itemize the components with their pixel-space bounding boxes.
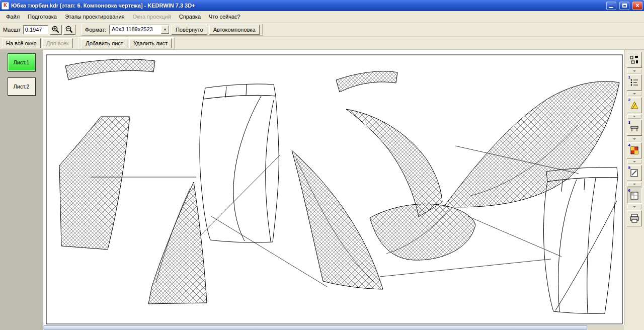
zoom-out-icon — [65, 25, 73, 34]
format-dropdown[interactable]: A0x3 1189x2523 ▼ — [109, 25, 170, 34]
menu-help[interactable]: Справка — [175, 12, 205, 21]
layout-icon — [629, 191, 639, 201]
autolayout-button[interactable]: Автокомпоновка — [209, 25, 260, 35]
canvas-area[interactable] — [43, 50, 624, 325]
pieces-icon — [629, 55, 639, 65]
skirt-front-drawing[interactable] — [200, 84, 279, 242]
scale-label: Масшт — [2, 27, 22, 33]
scrollbar-track[interactable] — [43, 325, 624, 330]
toolbar-scale: Масшт Формат: A0x3 1189x2523 ▼ Повёрн — [0, 23, 644, 37]
menu-file[interactable]: Файл — [2, 12, 24, 21]
maximize-icon — [622, 4, 627, 8]
print-button[interactable] — [627, 210, 642, 226]
sheet-tab-1[interactable]: Лист.1 — [8, 53, 36, 71]
toolbar-separator — [627, 137, 641, 141]
stage-6-layout-button[interactable]: 6 — [627, 188, 642, 204]
toolbar-sheets: На всё окно Для всех Добавить лист Удали… — [0, 37, 644, 50]
stage-toolbar: 1 2 3 — [624, 50, 644, 325]
sketch-icon — [629, 100, 639, 110]
zoom-in-button[interactable] — [50, 25, 62, 35]
main-area: Лист.1 Лист.2 — [0, 50, 644, 325]
scale-input[interactable] — [23, 25, 48, 34]
printer-icon — [629, 213, 639, 223]
for-all-button: Для всех — [42, 38, 73, 48]
pattern-icon — [629, 168, 639, 178]
chevron-down-icon[interactable]: ▼ — [161, 25, 169, 34]
scrollbar-thumb[interactable] — [44, 325, 587, 329]
toolbar-separator — [627, 182, 641, 187]
skirt-side-drawing[interactable] — [544, 167, 618, 313]
format-label: Формат: — [84, 27, 107, 33]
format-value: A0x3 1189x2523 — [110, 25, 161, 34]
toolbar-separator — [627, 205, 641, 209]
measurements-icon — [629, 77, 639, 88]
zoom-in-icon — [51, 25, 60, 34]
drawing-canvas[interactable] — [43, 50, 624, 325]
fabric-icon — [629, 145, 639, 155]
close-button[interactable]: × — [632, 2, 642, 10]
stage-1-measurements-button[interactable]: 1 — [627, 74, 642, 91]
menu-what-now[interactable]: Что сейчас? — [205, 12, 245, 21]
app-window: K Юбка тюрбан.kdr [этап: 6. Компоновка ч… — [0, 0, 644, 330]
add-sheet-button[interactable]: Добавить лист — [82, 38, 127, 48]
toolbar-separator — [627, 159, 641, 164]
menu-bar: Файл Подготовка Этапы проектирования Окн… — [0, 11, 644, 23]
stage-2-sketch-button[interactable]: 2 — [627, 97, 642, 113]
minimize-icon — [609, 7, 613, 8]
fit-window-button[interactable]: На всё окно — [2, 38, 41, 48]
stage-3-basis-button[interactable]: 3 — [627, 120, 642, 136]
stage-4-fabric-button[interactable]: 4 — [627, 142, 642, 158]
basis-icon — [629, 123, 639, 133]
sheet-list-panel: Лист.1 Лист.2 — [0, 50, 43, 325]
menu-design-stages[interactable]: Этапы проектирования — [61, 12, 129, 21]
rotated-button[interactable]: Повёрнуто — [172, 25, 207, 35]
toolbar-separator — [627, 92, 641, 96]
sheet-tab-2[interactable]: Лист.2 — [8, 77, 36, 96]
minimize-button[interactable] — [606, 2, 616, 10]
menu-projection-windows: Окна проекций — [129, 12, 175, 21]
sheet-toolbar-group: Добавить лист Удалить лист — [78, 37, 175, 49]
stage-5-pattern-button[interactable]: 5 — [627, 165, 642, 181]
horizontal-scrollbar — [0, 325, 644, 330]
zoom-out-button[interactable] — [63, 25, 75, 35]
toolbar-separator — [627, 114, 641, 119]
menu-preparation[interactable]: Подготовка — [24, 12, 61, 21]
close-icon: × — [635, 2, 639, 9]
app-icon: K — [2, 2, 9, 10]
format-toolbar-group: Формат: A0x3 1189x2523 ▼ Повёрнуто Авток… — [81, 24, 263, 36]
stage-pieces-button[interactable] — [627, 52, 642, 68]
window-title: Юбка тюрбан.kdr [этап: 6. Компоновка чер… — [11, 3, 603, 9]
maximize-button[interactable] — [619, 2, 629, 10]
scrollbar-corner-left — [0, 325, 43, 330]
toolbar-separator — [627, 69, 641, 73]
scrollbar-corner-right — [624, 325, 644, 330]
delete-sheet-button[interactable]: Удалить лист — [129, 38, 172, 48]
title-bar: K Юбка тюрбан.kdr [этап: 6. Компоновка ч… — [0, 0, 644, 11]
